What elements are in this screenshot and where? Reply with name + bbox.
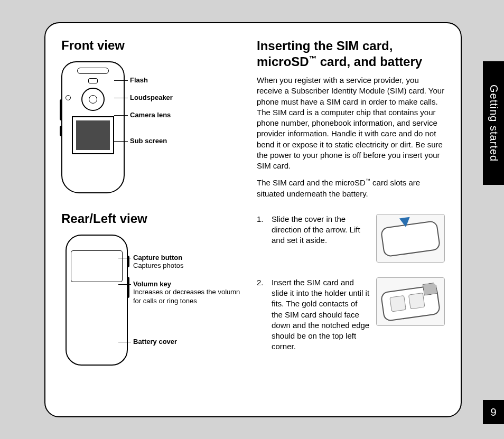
sim-paragraph-2: The SIM card and the microSD™ card slots… (257, 178, 445, 199)
step-text: Insert the SIM card and slide it into th… (272, 277, 370, 352)
step-2-illustration (376, 277, 445, 326)
rear-view-callouts: Capture button Captures photos Volumn ke… (133, 235, 246, 355)
section-tab: Getting started (483, 61, 504, 185)
camera-lens-icon (81, 88, 105, 111)
phone-front-illustration (61, 61, 125, 193)
callout-volume-key: Volumn key Increases or decreases the vo… (133, 280, 246, 306)
page-number: 9 (490, 406, 496, 418)
sim-paragraph-1: When you register with a service provide… (257, 75, 445, 171)
step-number: 1. (257, 214, 267, 246)
side-button-icon (60, 126, 62, 136)
rear-view-heading: Rear/Left view (61, 211, 246, 226)
volume-key-icon (127, 277, 129, 298)
left-column: Front view Flash Loud (61, 38, 246, 401)
sim-section-heading: Inserting the SIM card, microSD™ card, a… (257, 38, 445, 70)
callout-loudspeaker: Loudspeaker (130, 94, 173, 101)
arrow-icon (399, 217, 411, 228)
rear-view-diagram: Capture button Captures photos Volumn ke… (61, 235, 246, 366)
phone-rear-illustration (66, 235, 128, 366)
step-number: 2. (257, 277, 267, 352)
side-button-icon (60, 99, 62, 120)
flash-icon (88, 78, 98, 83)
callout-sub-screen: Sub screen (130, 137, 173, 145)
earpiece-icon (77, 68, 109, 74)
front-view-diagram: Flash Loudspeaker Camera lens Sub screen (61, 61, 246, 193)
front-view-callouts: Flash Loudspeaker Camera lens Sub screen (130, 61, 173, 145)
callout-battery-cover: Battery cover (133, 338, 246, 345)
front-view-heading: Front view (61, 38, 246, 53)
right-column: Inserting the SIM card, microSD™ card, a… (257, 38, 445, 401)
sim-card-icon (423, 282, 438, 295)
step-text: Slide the cover in the direction of the … (272, 214, 370, 246)
step-1: 1. Slide the cover in the direction of t… (257, 214, 445, 263)
page-content-frame: Front view Flash Loud (44, 22, 462, 417)
step-2: 2. Insert the SIM card and slide it into… (257, 277, 445, 352)
section-tab-label: Getting started (488, 85, 500, 162)
rear-panel-icon (71, 250, 123, 282)
loudspeaker-icon (66, 95, 71, 100)
callout-capture-button: Capture button Captures photos (133, 254, 246, 270)
callout-flash: Flash (130, 76, 173, 84)
sub-screen-icon (72, 116, 114, 154)
callout-camera-lens: Camera lens (130, 111, 173, 119)
steps-list: 1. Slide the cover in the direction of t… (257, 214, 445, 352)
page-number-badge: 9 (483, 400, 504, 424)
step-1-illustration (376, 214, 445, 263)
